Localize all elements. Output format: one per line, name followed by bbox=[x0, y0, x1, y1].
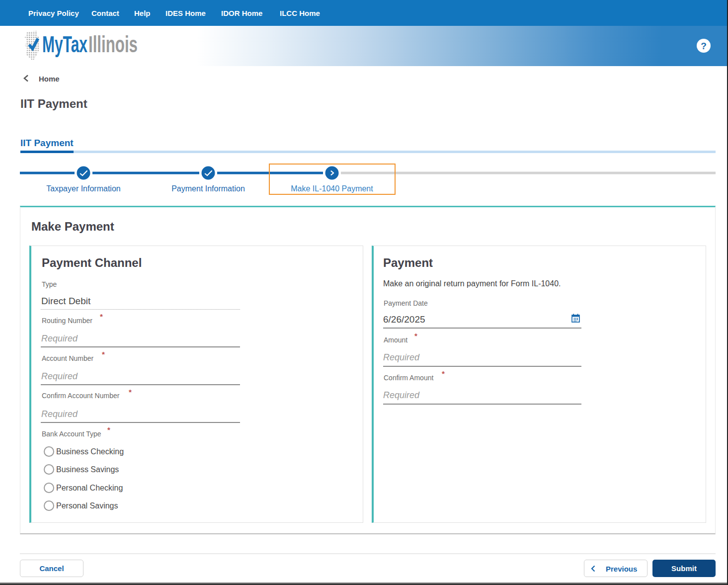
svg-text:MyTax: MyTax bbox=[42, 31, 87, 57]
svg-text:Illinois: Illinois bbox=[88, 31, 138, 57]
